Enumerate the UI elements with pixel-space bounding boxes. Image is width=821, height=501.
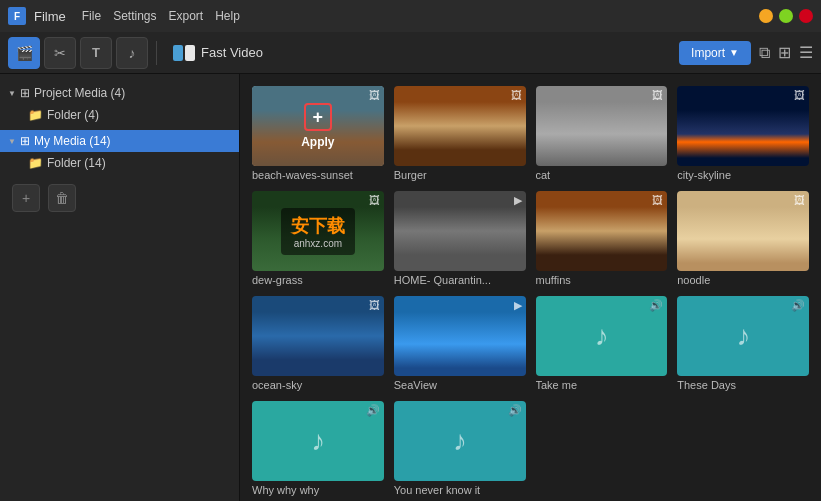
menu-settings[interactable]: Settings xyxy=(113,9,156,23)
media-item-whywhy[interactable]: ♪ 🔊 Why why why xyxy=(252,401,384,496)
watermark-line2: anhxz.com xyxy=(291,238,345,249)
sidebar-my-media[interactable]: ▼ ⊞ My Media (14) xyxy=(0,130,239,152)
video-icon: ▶ xyxy=(514,194,522,207)
media-label-noodle: noodle xyxy=(677,274,809,286)
media-label-ocean: ocean-sky xyxy=(252,379,384,391)
audio-icon-4: 🔊 xyxy=(508,404,522,417)
photo-icon-8: 🖼 xyxy=(369,299,380,311)
media-item-home[interactable]: ▶ HOME- Quarantin... xyxy=(394,191,526,286)
toolbar-divider xyxy=(156,41,157,65)
media-thumb-thesedays: ♪ 🔊 xyxy=(677,296,809,376)
app-title: Filme xyxy=(34,9,66,24)
media-thumb-ocean: 🖼 xyxy=(252,296,384,376)
audio-note-icon-2: ♪ xyxy=(736,320,750,352)
media-item-takeme[interactable]: ♪ 🔊 Take me xyxy=(536,296,668,391)
toolbar: 🎬 ✂ T ♪ Fast Video Import ▼ ⧉ ⊞ ☰ xyxy=(0,32,821,74)
main-area: ▼ ⊞ Project Media (4) 📁 Folder (4) ▼ ⊞ M… xyxy=(0,74,821,501)
delete-media-button[interactable]: 🗑 xyxy=(48,184,76,212)
project-folder-label: Folder (4) xyxy=(47,108,99,122)
audio-icon-2: 🔊 xyxy=(791,299,805,312)
menu-export[interactable]: Export xyxy=(168,9,203,23)
media-label-seaview: SeaView xyxy=(394,379,526,391)
media-label-dew: dew-grass xyxy=(252,274,384,286)
triangle-icon-2: ▼ xyxy=(8,137,16,146)
window-controls xyxy=(759,9,813,23)
media-label-city: city-skyline xyxy=(677,169,809,181)
audio-icon-3: 🔊 xyxy=(366,404,380,417)
title-bar: F Filme File Settings Export Help xyxy=(0,0,821,32)
media-item-thesedays[interactable]: ♪ 🔊 These Days xyxy=(677,296,809,391)
media-item-dew[interactable]: 安下载 anhxz.com 🖼 dew-grass xyxy=(252,191,384,286)
watermark-line1: 安下载 xyxy=(291,214,345,238)
import-button[interactable]: Import ▼ xyxy=(679,41,751,65)
menu-icon[interactable]: ☰ xyxy=(799,43,813,62)
audio-note-icon-3: ♪ xyxy=(311,425,325,457)
media-item-younever[interactable]: ♪ 🔊 You never know it xyxy=(394,401,526,496)
media-label-younever: You never know it xyxy=(394,484,526,496)
toolbar-right: Import ▼ ⧉ ⊞ ☰ xyxy=(679,41,813,65)
add-media-button[interactable]: + xyxy=(12,184,40,212)
toolbar-text-button[interactable]: T xyxy=(80,37,112,69)
media-thumb-city: 🖼 xyxy=(677,86,809,166)
media-label-cat: cat xyxy=(536,169,668,181)
apply-overlay[interactable]: + Apply xyxy=(252,86,384,166)
my-media-section: ▼ ⊞ My Media (14) 📁 Folder (14) xyxy=(0,128,239,176)
photo-icon-6: 🖼 xyxy=(652,194,663,206)
media-label-beach: beach-waves-sunset xyxy=(252,169,384,181)
apply-plus-icon: + xyxy=(304,103,332,131)
media-item-cat[interactable]: 🖼 cat xyxy=(536,86,668,181)
media-thumb-beach: + Apply 🖼 xyxy=(252,86,384,166)
media-thumb-dew: 安下载 anhxz.com 🖼 xyxy=(252,191,384,271)
sidebar-project-media[interactable]: ▼ ⊞ Project Media (4) xyxy=(0,82,239,104)
my-media-label: My Media (14) xyxy=(34,134,111,148)
maximize-button[interactable] xyxy=(779,9,793,23)
media-thumb-home: ▶ xyxy=(394,191,526,271)
audio-note-icon-4: ♪ xyxy=(453,425,467,457)
media-item-noodle[interactable]: 🖼 noodle xyxy=(677,191,809,286)
menu-bar: File Settings Export Help xyxy=(82,9,240,23)
sidebar-my-folder[interactable]: 📁 Folder (14) xyxy=(0,152,239,174)
sidebar-actions: + 🗑 xyxy=(0,176,239,220)
media-grid: + Apply 🖼 beach-waves-sunset 🖼 Burger 🖼 xyxy=(252,86,809,496)
split-icon[interactable]: ⊞ xyxy=(778,43,791,62)
media-thumb-seaview: ▶ xyxy=(394,296,526,376)
audio-icon: 🔊 xyxy=(649,299,663,312)
media-thumb-burger: 🖼 xyxy=(394,86,526,166)
media-item-burger[interactable]: 🖼 Burger xyxy=(394,86,526,181)
media-item-city[interactable]: 🖼 city-skyline xyxy=(677,86,809,181)
media-label-muffins: muffins xyxy=(536,274,668,286)
media-item-seaview[interactable]: ▶ SeaView xyxy=(394,296,526,391)
my-folder-label: Folder (14) xyxy=(47,156,106,170)
media-thumb-younever: ♪ 🔊 xyxy=(394,401,526,481)
menu-help[interactable]: Help xyxy=(215,9,240,23)
media-thumb-whywhy: ♪ 🔊 xyxy=(252,401,384,481)
fast-video-badge: Fast Video xyxy=(173,45,263,61)
photo-icon: 🖼 xyxy=(369,89,380,101)
minimize-button[interactable] xyxy=(759,9,773,23)
media-label-thesedays: These Days xyxy=(677,379,809,391)
toolbar-effects-button[interactable]: ✂ xyxy=(44,37,76,69)
audio-note-icon: ♪ xyxy=(594,320,608,352)
media-label-burger: Burger xyxy=(394,169,526,181)
toolbar-media-button[interactable]: 🎬 xyxy=(8,37,40,69)
fast-video-label: Fast Video xyxy=(201,45,263,60)
photo-icon-7: 🖼 xyxy=(794,194,805,206)
menu-file[interactable]: File xyxy=(82,9,101,23)
fast-video-icon xyxy=(173,45,195,61)
project-media-section: ▼ ⊞ Project Media (4) 📁 Folder (4) xyxy=(0,80,239,128)
project-media-label: Project Media (4) xyxy=(34,86,125,100)
app-icon: F xyxy=(8,7,26,25)
media-item-beach[interactable]: + Apply 🖼 beach-waves-sunset xyxy=(252,86,384,181)
photo-icon-2: 🖼 xyxy=(511,89,522,101)
media-grid-area: + Apply 🖼 beach-waves-sunset 🖼 Burger 🖼 xyxy=(240,74,821,501)
apply-label: Apply xyxy=(301,135,334,149)
layers-icon[interactable]: ⧉ xyxy=(759,44,770,62)
watermark: 安下载 anhxz.com xyxy=(281,208,355,255)
toolbar-audio-button[interactable]: ♪ xyxy=(116,37,148,69)
media-item-muffins[interactable]: 🖼 muffins xyxy=(536,191,668,286)
media-thumb-muffins: 🖼 xyxy=(536,191,668,271)
video-icon-2: ▶ xyxy=(514,299,522,312)
media-item-ocean[interactable]: 🖼 ocean-sky xyxy=(252,296,384,391)
sidebar-project-folder[interactable]: 📁 Folder (4) xyxy=(0,104,239,126)
close-button[interactable] xyxy=(799,9,813,23)
